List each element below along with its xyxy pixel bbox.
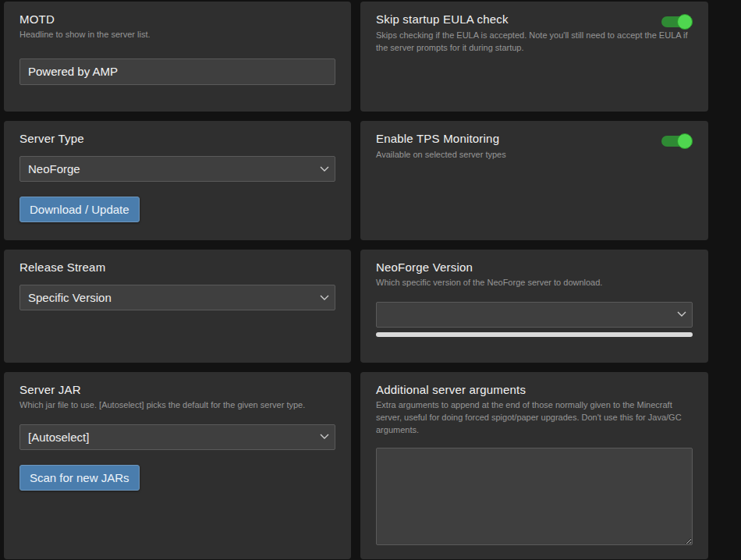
- motd-input[interactable]: [20, 58, 335, 85]
- neoforge-version-title: NeoForge Version: [376, 261, 693, 274]
- settings-grid: MOTD Headline to show in the server list…: [0, 0, 741, 559]
- version-loading-bar: [376, 332, 693, 337]
- server-jar-card: Server JAR Which jar file to use. [Autos…: [4, 372, 351, 559]
- server-type-select[interactable]: NeoForge: [20, 156, 335, 182]
- server-type-card: Server Type NeoForge Download / Update: [4, 121, 351, 240]
- toggle-knob: [677, 14, 693, 30]
- release-stream-select[interactable]: Specific Version: [20, 285, 335, 310]
- server-jar-select[interactable]: [Autoselect]: [20, 424, 335, 450]
- release-stream-card: Release Stream Specific Version: [4, 250, 351, 363]
- eula-card: Skip startup EULA check Skips checking i…: [360, 2, 708, 112]
- server-jar-subtitle: Which jar file to use. [Autoselect] pick…: [20, 399, 335, 412]
- motd-subtitle: Headline to show in the server list.: [20, 29, 335, 41]
- neoforge-version-select[interactable]: [376, 302, 693, 328]
- download-update-button[interactable]: Download / Update: [20, 197, 140, 222]
- neoforge-version-card: NeoForge Version Which specific version …: [360, 250, 708, 363]
- scan-jars-button[interactable]: Scan for new JARs: [20, 465, 140, 491]
- toggle-knob: [677, 133, 693, 149]
- server-args-title: Additional server arguments: [376, 383, 693, 396]
- eula-subtitle: Skips checking if the EULA is accepted. …: [376, 30, 693, 55]
- server-jar-title: Server JAR: [20, 383, 335, 396]
- neoforge-version-subtitle: Which specific version of the NeoForge s…: [376, 277, 693, 289]
- eula-toggle[interactable]: [661, 14, 693, 30]
- motd-card: MOTD Headline to show in the server list…: [4, 2, 351, 112]
- tps-title: Enable TPS Monitoring: [376, 132, 499, 145]
- server-args-subtitle: Extra arguments to append at the end of …: [376, 399, 693, 437]
- server-args-textarea[interactable]: [376, 448, 693, 545]
- tps-subtitle: Available on selected server types: [376, 149, 693, 161]
- server-type-title: Server Type: [20, 132, 335, 145]
- eula-title: Skip startup EULA check: [376, 12, 509, 26]
- tps-toggle[interactable]: [661, 133, 693, 149]
- server-args-card: Additional server arguments Extra argume…: [360, 372, 708, 559]
- tps-card: Enable TPS Monitoring Available on selec…: [360, 121, 708, 240]
- motd-title: MOTD: [20, 12, 335, 26]
- release-stream-title: Release Stream: [20, 261, 335, 274]
